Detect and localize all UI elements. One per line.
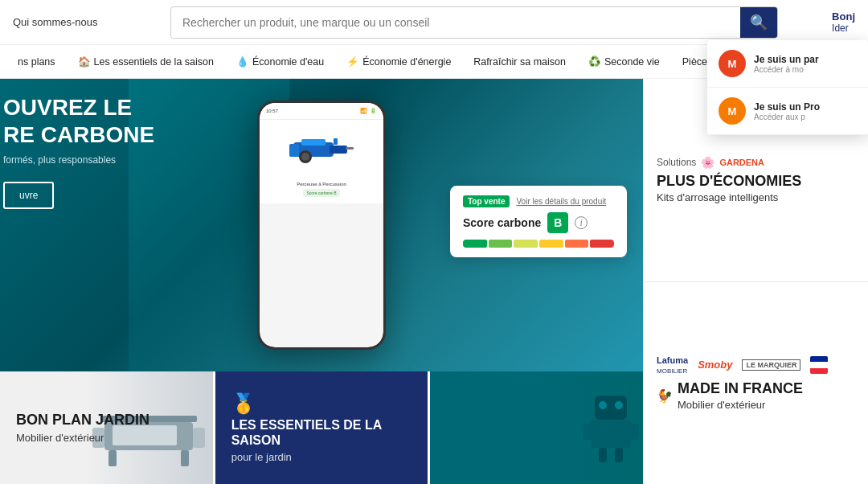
info-icon[interactable]: i — [575, 216, 588, 229]
nav-label: Seconde vie — [604, 56, 660, 68]
score-bar-e — [565, 240, 589, 248]
gardena-header: Solutions 🌸 GARDENA — [657, 156, 855, 169]
panel-made-france[interactable]: LafumaMOBILIER Smoby LE MARQUIER 🐓 MADE … — [644, 282, 868, 485]
voir-details-link[interactable]: Voir les détails du produit — [516, 197, 606, 206]
nav-label: Les essentiels de la saison — [94, 56, 214, 68]
svg-point-17 — [615, 401, 623, 409]
nav-item-seconde-vie[interactable]: ♻️ Seconde vie — [577, 45, 671, 79]
banner-title-jardin: BON PLAN JARDIN — [16, 412, 149, 429]
nav-label: Économie d'eau — [252, 56, 324, 68]
score-b-badge: B — [547, 212, 568, 233]
nav-label: Économie d'énergie — [362, 56, 451, 68]
robot-svg — [579, 388, 643, 468]
identifier-text: Ider — [832, 23, 855, 34]
bottom-banner-essentiels[interactable]: 🥇 LES ESSENTIELS DE LA SAISON pour le ja… — [213, 371, 431, 484]
svg-rect-6 — [301, 139, 326, 146]
svg-point-16 — [599, 401, 607, 409]
bonjour-text: Bonj — [832, 10, 855, 23]
banner-title-essentiels: LES ESSENTIELS DE LA SAISON — [231, 418, 412, 448]
solutions-label: Solutions — [657, 157, 696, 168]
brand-logos: LafumaMOBILIER Smoby LE MARQUIER — [657, 355, 855, 375]
svg-rect-13 — [193, 428, 205, 448]
gardena-logo: GARDENA — [719, 158, 764, 167]
score-bar-c — [514, 240, 538, 248]
qui-sommes-nous-link[interactable]: Qui sommes-nous — [13, 16, 97, 28]
svg-rect-1 — [330, 146, 347, 154]
search-input[interactable] — [171, 16, 740, 29]
banner-subtitle-jardin: Mobilier d'extérieur — [16, 432, 149, 444]
nav-item-rafraichir[interactable]: Rafraîchir sa maison — [462, 45, 577, 79]
bottom-banners: BON PLAN JARDIN Mobilier d'extérieur — [0, 371, 643, 484]
marquier-logo: LE MARQUIER — [742, 359, 800, 371]
nav-label: ns plans — [18, 56, 55, 68]
hero-banner: OUVREZ LE RE CARBONE formés, plus respon… — [0, 79, 643, 371]
svg-rect-18 — [591, 420, 631, 448]
svg-rect-20 — [615, 448, 623, 462]
france-flag-icon — [810, 356, 828, 374]
gardena-flower-icon: 🌸 — [701, 156, 714, 169]
svg-rect-21 — [583, 424, 592, 440]
phone-screen: 10:57 📶 🔋 — [260, 103, 383, 347]
score-card: Top vente Voir les détails du produit Sc… — [450, 186, 627, 257]
right-panels: Solutions 🌸 GARDENA PLUS D'ÉCONOMIES Kit… — [643, 79, 868, 484]
dropdown-text-pro: Je suis un Pro Accéder aux p — [754, 101, 820, 121]
robot-image — [537, 371, 643, 484]
nav-item-energie[interactable]: ⚡ Économie d'énergie — [335, 45, 462, 79]
top-vente-area: Top vente Voir les détails du produit — [463, 195, 614, 207]
energy-icon: ⚡ — [346, 55, 359, 68]
dropdown-sub-pro: Accéder aux p — [754, 113, 820, 121]
hero-text-area: OUVREZ LE RE CARBONE formés, plus respon… — [0, 95, 154, 209]
product-name: Perceuse à Percussion — [297, 182, 346, 187]
drill-image — [289, 126, 354, 178]
score-bar — [463, 240, 614, 248]
dropdown-item-particulier[interactable]: M Je suis un par Accéder à mo — [707, 40, 868, 88]
score-label: Score carbone — [463, 216, 541, 229]
svg-rect-22 — [629, 424, 639, 440]
svg-rect-19 — [599, 448, 607, 462]
nav-item-eau[interactable]: 💧 Économie d'eau — [225, 45, 335, 79]
smoby-logo: Smoby — [698, 359, 732, 371]
nav-label: Rafraîchir sa maison — [473, 56, 566, 68]
dropdown-sub-particulier: Accéder à mo — [754, 65, 819, 74]
phone-container: 10:57 📶 🔋 — [257, 100, 386, 350]
account-area[interactable]: Bonj Ider — [832, 10, 855, 34]
svg-rect-11 — [181, 450, 189, 466]
banner-text-jardin: BON PLAN JARDIN Mobilier d'extérieur — [0, 396, 166, 460]
hero-title-line2: RE CARBONE — [3, 122, 154, 148]
nav-item-essentiels[interactable]: 🏠 Les essentiels de la saison — [67, 45, 225, 79]
water-icon: 💧 — [236, 55, 249, 68]
bottom-banner-jardin[interactable]: BON PLAN JARDIN Mobilier d'extérieur — [0, 371, 213, 484]
avatar-particulier: M — [719, 50, 746, 77]
header: Qui sommes-nous 🔍 Bonj Ider — [0, 0, 868, 45]
search-button[interactable]: 🔍 — [740, 6, 777, 39]
avatar-pro: M — [719, 97, 746, 125]
made-france-subtitle: Mobilier d'extérieur — [678, 399, 803, 411]
hero-cta-button[interactable]: uvre — [3, 182, 54, 209]
bottom-banner-right[interactable] — [430, 371, 643, 484]
recycle-icon: ♻️ — [588, 55, 601, 68]
account-dropdown: M Je suis un par Accéder à mo M Je suis … — [707, 40, 868, 135]
svg-rect-7 — [346, 147, 354, 150]
gardena-subtitle: Kits d'arrosage intelligents — [657, 191, 855, 203]
product-area: Perceuse à Percussion Score carbone B — [260, 120, 383, 203]
logo-area: Qui sommes-nous — [13, 16, 158, 28]
hero-subtitle: formés, plus responsables — [3, 154, 154, 166]
svg-point-4 — [301, 153, 309, 161]
dropdown-text-particulier: Je suis un par Accéder à mo — [754, 54, 819, 74]
banner-text-essentiels: 🥇 LES ESSENTIELS DE LA SAISON pour le ja… — [215, 376, 428, 479]
dropdown-main-particulier: Je suis un par — [754, 54, 819, 65]
score-bar-b — [489, 240, 513, 248]
dropdown-main-pro: Je suis un Pro — [754, 101, 820, 113]
nav-item-plans[interactable]: ns plans — [6, 45, 67, 79]
search-icon: 🔍 — [750, 14, 768, 31]
score-bar-d — [539, 240, 563, 248]
dropdown-item-pro[interactable]: M Je suis un Pro Accéder aux p — [707, 88, 868, 135]
score-line: Score carbone B i — [463, 212, 614, 233]
hero-title-line1: OUVREZ LE — [3, 95, 154, 121]
medal-icon: 🥇 — [231, 392, 256, 414]
banner-subtitle-essentiels: pour le jardin — [231, 451, 412, 463]
made-france-title: MADE IN FRANCE — [678, 381, 803, 397]
score-bar-f — [590, 240, 614, 248]
score-bar-a — [463, 240, 487, 248]
gardena-title: PLUS D'ÉCONOMIES — [657, 174, 855, 190]
